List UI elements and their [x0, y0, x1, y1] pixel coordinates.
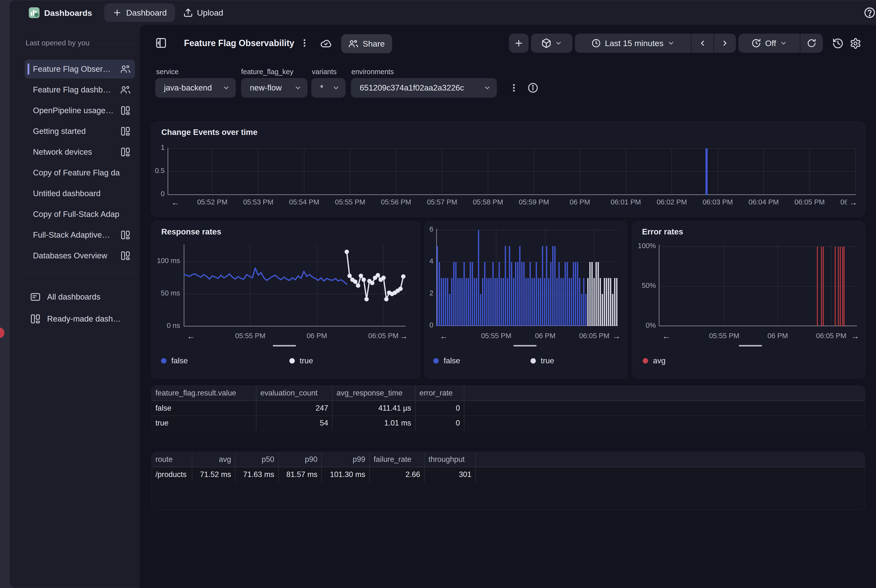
- chart-pager-indicator[interactable]: [273, 345, 296, 346]
- settings-button[interactable]: [849, 37, 862, 50]
- error-rates-chart[interactable]: [659, 245, 857, 326]
- folder-icon: [30, 291, 41, 302]
- sidebar-recent-list: Feature Flag Obser…Feature Flag dashb…Op…: [25, 60, 135, 267]
- sidebar-item[interactable]: Copy of Feature Flag da…: [25, 163, 135, 182]
- chart-pager-indicator[interactable]: [739, 345, 762, 346]
- pan-right-arrow[interactable]: →: [850, 332, 860, 341]
- row-filler: [476, 467, 865, 482]
- y-axis-tick-label: 50%: [629, 282, 656, 290]
- grid-icon: [30, 314, 41, 324]
- column-header[interactable]: failure_rate: [370, 452, 424, 467]
- x-axis-tick-label: 05:56 PM: [373, 198, 419, 206]
- x-axis-tick-label: 06:04 PM: [741, 198, 787, 206]
- widget-type-dropdown[interactable]: [531, 34, 573, 53]
- column-header[interactable]: error_rate: [416, 386, 464, 400]
- pan-right-arrow[interactable]: →: [612, 332, 621, 341]
- legend-item-false[interactable]: false: [434, 356, 460, 365]
- sidebar-item[interactable]: Getting started: [25, 122, 135, 141]
- evaluation-counts-chart[interactable]: [436, 229, 618, 326]
- column-header[interactable]: p99: [322, 452, 370, 467]
- pan-left-arrow[interactable]: ←: [439, 332, 449, 341]
- table-cell: 0: [416, 416, 464, 430]
- legend-item-true[interactable]: true: [290, 356, 313, 365]
- sidebar-section-title: Last opened by you: [26, 39, 90, 47]
- dashboard-menu-button[interactable]: [298, 37, 311, 49]
- legend-item-false[interactable]: false: [161, 356, 188, 365]
- sidebar-item[interactable]: Network devices: [25, 142, 135, 162]
- response-rates-chart[interactable]: [184, 244, 405, 327]
- filter-label-environments: environments: [351, 68, 394, 76]
- sidebar-item-label: Databases Overview: [33, 251, 120, 260]
- pan-right-arrow[interactable]: →: [848, 198, 858, 207]
- chart-pager-indicator[interactable]: [513, 345, 537, 346]
- table-row[interactable]: /products71.52 ms71.63 ms81.57 ms101.30 …: [152, 467, 865, 482]
- filters-menu-button[interactable]: [507, 81, 520, 94]
- table-row[interactable]: false247411.41 µs0: [152, 401, 865, 416]
- sidebar-item[interactable]: Untitled dashboard: [25, 184, 135, 203]
- auto-refresh-label: Off: [765, 39, 776, 48]
- sidebar-item[interactable]: Full-Stack Adaptive…: [25, 225, 135, 244]
- legend-label: false: [171, 356, 188, 365]
- help-button[interactable]: [864, 7, 876, 19]
- change-events-chart[interactable]: [168, 146, 856, 195]
- column-header[interactable]: route: [152, 452, 192, 467]
- add-widget-button[interactable]: [509, 34, 528, 53]
- filter-service-value: java-backend: [164, 83, 212, 93]
- page-title: Feature Flag Observability: [184, 38, 294, 48]
- time-back-button[interactable]: [691, 34, 714, 53]
- sidebar-item[interactable]: Copy of Full-Stack Adap…: [25, 205, 135, 224]
- filter-variants-dropdown[interactable]: *: [311, 78, 345, 98]
- column-header[interactable]: p50: [236, 452, 279, 467]
- filter-feature-flag-key-dropdown[interactable]: new-flow: [241, 78, 308, 98]
- refresh-button[interactable]: [800, 34, 823, 53]
- sidebar-item-ready-made-dash-[interactable]: Ready-made dash…: [25, 309, 135, 328]
- filters-info-button[interactable]: [526, 81, 539, 94]
- x-axis-tick-label: 05:55 PM: [327, 198, 374, 206]
- table-cell: 2.66: [370, 467, 424, 482]
- column-header[interactable]: evaluation_count: [256, 386, 333, 400]
- upload-button[interactable]: Upload: [183, 3, 223, 22]
- table-row[interactable]: true541.01 ms0: [152, 416, 865, 430]
- legend-item-avg[interactable]: avg: [643, 356, 666, 365]
- sidebar-item[interactable]: Databases Overview: [25, 246, 135, 265]
- pan-left-arrow[interactable]: ←: [186, 332, 196, 341]
- time-forward-button[interactable]: [714, 34, 736, 53]
- column-header[interactable]: feature_flag.result.value: [152, 386, 256, 400]
- sidebar-item[interactable]: OpenPipeline usage…: [25, 101, 135, 120]
- new-dashboard-button[interactable]: Dashboard: [104, 3, 175, 22]
- info-icon: [527, 82, 538, 93]
- sync-status-button[interactable]: [320, 37, 332, 50]
- column-header[interactable]: p90: [279, 452, 322, 467]
- legend-item-true[interactable]: true: [531, 356, 554, 365]
- table-cell: 71.52 ms: [192, 467, 236, 482]
- sidebar-item[interactable]: Feature Flag dashb…: [25, 80, 135, 99]
- filter-service-dropdown[interactable]: java-backend: [155, 78, 236, 98]
- collapse-sidebar-button[interactable]: [154, 36, 168, 50]
- sidebar-item-label: Full-Stack Adaptive…: [33, 230, 120, 240]
- sidebar-item-label: Feature Flag dashb…: [33, 85, 120, 94]
- kebab-menu-icon: [509, 83, 519, 93]
- sidebar-item[interactable]: Feature Flag Obser…: [25, 60, 135, 79]
- filter-environments-dropdown[interactable]: 651209c374a1f02aa2a3226c: [351, 78, 497, 98]
- pan-left-arrow[interactable]: ←: [170, 198, 180, 207]
- column-header[interactable]: throughput: [424, 452, 476, 467]
- chevron-left-icon: [698, 39, 706, 47]
- pan-right-arrow[interactable]: →: [399, 332, 409, 341]
- table-header-row: feature_flag.result.valueevaluation_coun…: [152, 386, 865, 401]
- auto-refresh-dropdown[interactable]: Off: [738, 34, 800, 53]
- history-button[interactable]: [831, 37, 845, 50]
- time-range-dropdown[interactable]: Last 15 minutes: [575, 34, 691, 53]
- row-filler: [464, 416, 865, 430]
- column-header[interactable]: avg_response_time: [333, 386, 416, 400]
- column-header[interactable]: avg: [192, 452, 236, 467]
- chevron-down-icon: [484, 84, 491, 92]
- y-axis-tick-label: 4: [414, 257, 434, 265]
- share-button[interactable]: Share: [341, 34, 392, 53]
- legend-dot: [161, 358, 166, 363]
- users-icon: [120, 85, 130, 95]
- pan-left-arrow[interactable]: ←: [661, 332, 671, 341]
- sidebar-item-all-dashboards[interactable]: All dashboards: [25, 287, 135, 307]
- legend-dot: [290, 358, 295, 363]
- legend-label: true: [300, 356, 313, 365]
- grid-icon: [120, 105, 130, 116]
